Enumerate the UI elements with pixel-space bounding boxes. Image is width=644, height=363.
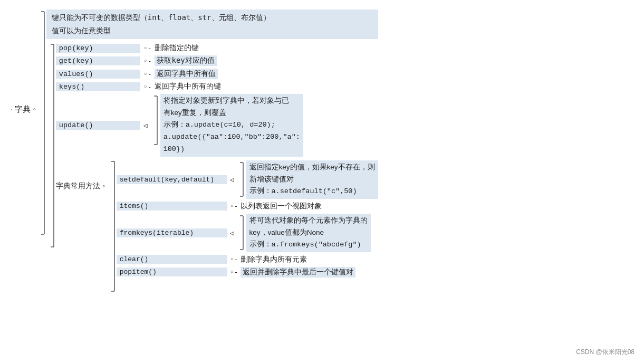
method-get-arrow: ◦-: [140, 57, 155, 65]
big-bracket-dict: [37, 9, 46, 236]
method-setdefault-desc: 返回指定key的值，如果key不存在，则 新增该键值对 示例：a.setdefa…: [246, 160, 378, 199]
method-popitem-desc: 返回并删除字典中最后一个键值对: [241, 267, 355, 278]
dict-common-methods-label-row: 字典常用方法 ◦: [56, 160, 378, 292]
methods-list: pop(key) ◦- 删除指定的键 get(key) ◦- 获取key对应的值: [56, 43, 378, 294]
method-fromkeys-name: fromkeys(iterable): [117, 228, 227, 237]
method-setdefault-arrow: ◁: [227, 176, 237, 184]
second-methods-list: setdefault(key,default) ◁: [117, 160, 378, 279]
fromkeys-bracket: [237, 214, 245, 252]
method-popitem-arrow: ◦-: [227, 268, 241, 276]
setdefault-bracket: [237, 160, 245, 198]
method-update-name: update(): [56, 121, 140, 130]
method-fromkeys-block: fromkeys(iterable) ◁: [117, 214, 378, 252]
method-clear: clear() ◦- 删除字典内所有元素: [117, 255, 378, 264]
method-values-arrow: ◦-: [140, 70, 155, 78]
method-values: values() ◦- 返回字典中所有值: [56, 69, 378, 79]
method-setdefault-block: setdefault(key,default) ◁: [117, 160, 378, 199]
method-pop-desc: 删除指定的键: [155, 43, 199, 53]
method-keys: keys() ◦- 返回字典中所有的键: [56, 82, 378, 91]
method-update-block: update() ◁ 将指定对象更新到字典中，若对: [56, 94, 378, 157]
method-update-desc: 将指定对象更新到字典中，若对象与已 有key重复，则覆盖 示例：a.update…: [160, 94, 303, 157]
method-items: items() ◦- 以列表返回一个视图对象: [117, 202, 378, 211]
methods-bracket: [46, 43, 56, 249]
method-keys-name: keys(): [56, 82, 140, 91]
method-setdefault-name: setdefault(key,default): [117, 175, 227, 184]
top-info-line1: 键只能为不可变的数据类型（int、float、str、元组、布尔值）: [52, 11, 373, 24]
method-get: get(key) ◦- 获取key对应的值: [56, 55, 378, 66]
method-pop-name: pop(key): [56, 44, 140, 53]
method-items-desc: 以列表返回一个视图对象: [241, 202, 322, 211]
method-keys-arrow: ◦-: [140, 83, 155, 91]
method-items-arrow: ◦-: [227, 202, 241, 210]
dict-common-methods-label: 字典常用方法 ◦: [56, 160, 107, 191]
method-fromkeys-desc: 将可迭代对象的每个元素作为字典的 key，value值都为None 示例：a.f…: [246, 214, 371, 252]
method-clear-name: clear(): [117, 255, 227, 264]
methods-section: pop(key) ◦- 删除指定的键 get(key) ◦- 获取key对应的值: [46, 43, 378, 294]
method-values-name: values(): [56, 70, 140, 79]
top-info-line2: 值可以为任意类型: [52, 24, 373, 37]
page-container: · 字典 ◦ 键只能为不可变的数据类型（int、float、str、元组、布尔值…: [0, 0, 644, 363]
top-info-box: 键只能为不可变的数据类型（int、float、str、元组、布尔值） 值可以为任…: [46, 9, 378, 39]
method-values-desc: 返回字典中所有值: [155, 69, 218, 79]
second-methods-bracket: [107, 160, 117, 292]
main-block: 键只能为不可变的数据类型（int、float、str、元组、布尔值） 值可以为任…: [46, 9, 378, 294]
method-get-desc: 获取key对应的值: [155, 55, 216, 66]
method-pop-arrow: ◦-: [140, 44, 155, 52]
method-popitem-name: popitem(): [117, 268, 227, 276]
update-bracket: [151, 94, 159, 147]
main-content: · 字典 ◦ 键只能为不可变的数据类型（int、float、str、元组、布尔值…: [11, 5, 633, 294]
method-pop: pop(key) ◦- 删除指定的键: [56, 43, 378, 53]
csdn-watermark: CSDN @依米阳光08: [576, 348, 635, 357]
method-clear-desc: 删除字典内所有元素: [241, 255, 307, 264]
method-fromkeys-arrow: ◁: [227, 229, 237, 237]
method-popitem: popitem() ◦- 返回并删除字典中最后一个键值对: [117, 267, 378, 278]
method-items-name: items(): [117, 202, 227, 211]
method-clear-arrow: ◦-: [227, 255, 241, 263]
method-keys-desc: 返回字典中所有的键: [155, 82, 221, 91]
method-update-arrow: ◁: [140, 121, 151, 129]
dict-label: · 字典 ◦: [11, 5, 37, 114]
method-get-name: get(key): [56, 56, 140, 65]
